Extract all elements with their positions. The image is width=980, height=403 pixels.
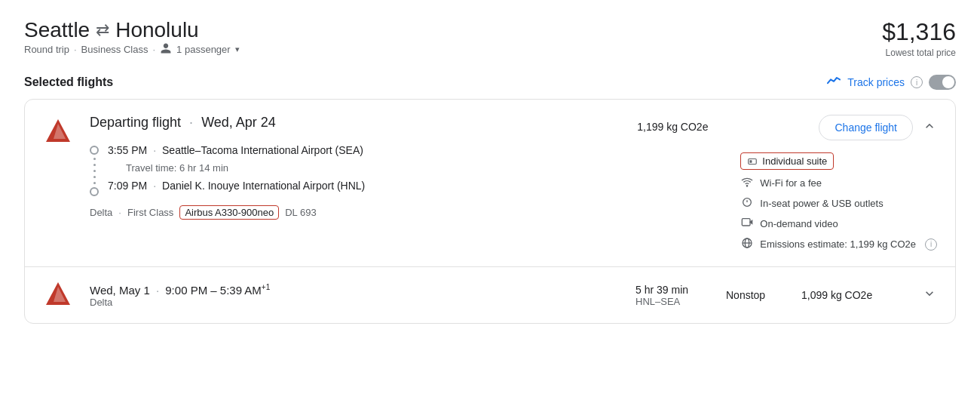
depart-time-row: 3:55 PM · Seattle–Tacoma International A… xyxy=(108,143,365,158)
return-flight-title: Wed, May 1 · 9:00 PM – 5:39 AM+1 xyxy=(90,283,620,297)
destination-city: Honolulu xyxy=(115,18,199,42)
return-flight-section: Wed, May 1 · 9:00 PM – 5:39 AM+1 Delta 5… xyxy=(25,267,955,323)
origin-city: Seattle xyxy=(24,18,90,42)
change-flight-button[interactable]: Change flight xyxy=(819,115,913,140)
next-day-indicator: +1 xyxy=(262,283,270,291)
amenities-list: Individual suite Wi-Fi for a fee In-s xyxy=(740,152,937,251)
cabin-class: Business Class xyxy=(81,44,149,55)
track-prices-info-icon[interactable]: i xyxy=(911,76,923,88)
trip-type: Round trip xyxy=(24,44,69,55)
emissions-label: Emissions estimate: 1,199 kg CO2e xyxy=(760,238,916,250)
vdot-1 xyxy=(93,158,96,160)
svg-rect-2 xyxy=(749,158,757,164)
title-dot: · xyxy=(189,115,193,130)
suite-label: Individual suite xyxy=(762,155,827,167)
track-icon xyxy=(826,75,841,90)
passenger-chevron-icon[interactable]: ▾ xyxy=(235,45,240,54)
arrive-time: 7:09 PM xyxy=(108,180,147,192)
price-section: $1,316 Lowest total price xyxy=(882,18,956,58)
travel-time: Travel time: 6 hr 14 min xyxy=(126,159,365,177)
track-prices-label: Track prices xyxy=(847,76,905,88)
return-delta-logo xyxy=(43,279,75,311)
video-icon xyxy=(740,217,754,231)
aircraft-badge: Airbus A330-900neo xyxy=(179,205,279,220)
flight-number: DL 693 xyxy=(285,207,316,218)
vdot-2 xyxy=(93,164,96,166)
departing-co2: 1,199 kg CO2e xyxy=(620,115,725,133)
svg-point-4 xyxy=(747,186,748,186)
svg-rect-3 xyxy=(750,160,752,163)
cabin-class-label: First Class xyxy=(127,207,173,218)
timeline-dots xyxy=(90,143,99,196)
return-duration-text: 5 hr 39 min xyxy=(635,284,711,296)
vdot-5 xyxy=(93,182,96,184)
flight-card: Departing flight · Wed, Apr 24 xyxy=(24,99,956,324)
departing-flight-row: Departing flight · Wed, Apr 24 xyxy=(43,115,937,251)
times-text-block: 3:55 PM · Seattle–Tacoma International A… xyxy=(108,143,365,193)
return-co2: 1,099 kg CO2e xyxy=(801,289,907,301)
separator-dot-2: · xyxy=(152,44,155,55)
return-time-range: 9:00 PM – 5:39 AM xyxy=(165,284,262,297)
power-label: In-seat power & USB outlets xyxy=(760,198,883,209)
section-header: Selected flights Track prices i xyxy=(24,75,956,90)
power-item: In-seat power & USB outlets xyxy=(740,196,937,211)
flight-times-block: 3:55 PM · Seattle–Tacoma International A… xyxy=(90,143,605,196)
total-price: $1,316 xyxy=(882,18,956,46)
wifi-icon xyxy=(740,176,754,190)
emissions-info-icon[interactable]: i xyxy=(925,238,937,251)
airline-name: Delta xyxy=(90,207,112,218)
power-icon xyxy=(740,196,754,211)
return-expand-icon[interactable] xyxy=(922,286,937,305)
video-label: On-demand video xyxy=(760,218,838,229)
return-dot-sep: · xyxy=(156,284,159,297)
depart-dot-indicator xyxy=(90,146,99,155)
depart-airport: Seattle–Tacoma International Airport (SE… xyxy=(162,144,363,156)
passenger-count: 1 passenger xyxy=(176,44,231,55)
route-title: Seattle ⇄ Honolulu Round trip · Business… xyxy=(24,18,240,72)
departing-flight-details: Departing flight · Wed, Apr 24 xyxy=(90,115,605,220)
arrive-dot-sep: · xyxy=(153,180,156,192)
departing-flight-title: Departing flight · Wed, Apr 24 xyxy=(90,115,605,131)
flight-title-prefix: Departing flight xyxy=(90,115,181,130)
emissions-item: Emissions estimate: 1,199 kg CO2e i xyxy=(740,237,937,251)
depart-time: 3:55 PM xyxy=(108,144,147,156)
co2-value: 1,199 kg CO2e xyxy=(637,121,708,133)
video-item: On-demand video xyxy=(740,217,937,231)
selected-flights-label: Selected flights xyxy=(24,75,113,89)
route-arrow-icon: ⇄ xyxy=(96,20,109,40)
individual-suite-item: Individual suite xyxy=(740,152,937,170)
price-label: Lowest total price xyxy=(882,48,956,58)
person-icon xyxy=(160,42,172,57)
track-prices-toggle[interactable] xyxy=(929,75,956,90)
arrive-dot-indicator xyxy=(90,187,99,196)
svg-rect-7 xyxy=(743,219,751,226)
globe-icon xyxy=(740,237,754,251)
dot-sep-airline: · xyxy=(118,207,121,218)
track-prices-container[interactable]: Track prices i xyxy=(826,75,956,90)
vdot-3 xyxy=(93,170,96,172)
return-duration-block: 5 hr 39 min HNL–SEA xyxy=(635,284,711,307)
separator-dot-1: · xyxy=(74,44,77,55)
collapse-icon[interactable] xyxy=(922,118,937,137)
depart-dot-sep: · xyxy=(153,144,156,156)
departing-flight-section: Departing flight · Wed, Apr 24 xyxy=(25,100,955,267)
arrive-airport: Daniel K. Inouye International Airport (… xyxy=(162,180,365,192)
arrive-time-row: 7:09 PM · Daniel K. Inouye International… xyxy=(108,178,365,193)
vdot-4 xyxy=(93,176,96,178)
return-date: Wed, May 1 xyxy=(90,284,150,297)
aircraft-info-row: Delta · First Class Airbus A330-900neo D… xyxy=(90,205,605,220)
wifi-label: Wi-Fi for a fee xyxy=(760,177,822,189)
departing-flight-actions: Change flight Individual suite xyxy=(740,115,937,251)
return-flight-info: Wed, May 1 · 9:00 PM – 5:39 AM+1 Delta xyxy=(90,283,620,308)
return-route: HNL–SEA xyxy=(635,296,711,307)
individual-suite-badge: Individual suite xyxy=(740,152,834,170)
page-header: Seattle ⇄ Honolulu Round trip · Business… xyxy=(24,18,956,72)
return-airline: Delta xyxy=(90,297,620,308)
return-stops: Nonstop xyxy=(726,289,786,301)
departing-date: Wed, Apr 24 xyxy=(201,115,276,130)
wifi-item: Wi-Fi for a fee xyxy=(740,176,937,190)
delta-logo xyxy=(43,116,75,148)
